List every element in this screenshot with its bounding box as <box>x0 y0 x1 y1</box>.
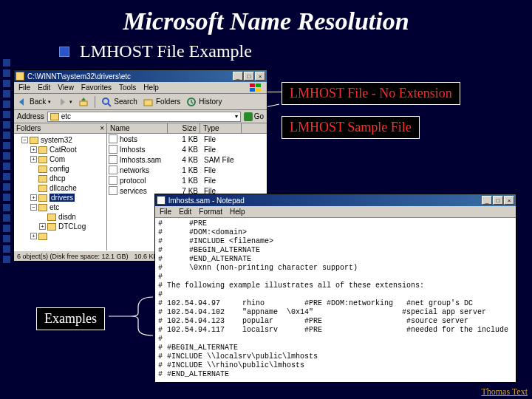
go-icon <box>244 112 253 121</box>
svg-point-5 <box>103 98 109 104</box>
close-button[interactable]: × <box>504 196 514 205</box>
menu-file[interactable]: File <box>18 83 30 92</box>
table-row[interactable]: hosts1 KBFile <box>107 134 267 144</box>
bracket-icon <box>109 294 154 338</box>
folders-button[interactable]: Folders <box>143 97 180 107</box>
address-label: Address <box>17 112 44 120</box>
search-icon <box>101 97 112 107</box>
menu-favorites[interactable]: Favorites <box>81 83 112 92</box>
folder-icon <box>16 72 24 81</box>
menu-edit[interactable]: Edit <box>179 208 191 216</box>
bullet-icon <box>59 47 69 57</box>
notepad-icon <box>157 196 166 205</box>
minimize-button[interactable]: _ <box>233 72 243 81</box>
close-button[interactable]: × <box>255 72 265 81</box>
svg-rect-2 <box>250 88 255 92</box>
callout-sample: LMHOST Sample File <box>282 116 420 139</box>
go-button[interactable]: Go <box>244 112 264 121</box>
col-type[interactable]: Type <box>200 123 242 133</box>
menu-format[interactable]: Format <box>199 208 222 216</box>
address-field[interactable]: etc ▾ <box>47 112 241 122</box>
explorer-addressbar: Address etc ▾ Go <box>14 110 267 123</box>
notepad-titlebar[interactable]: lmhosts.sam - Notepad _ □ × <box>155 194 516 206</box>
history-icon <box>186 97 197 107</box>
folders-header: Folders <box>16 124 41 132</box>
slide-root: Microsoft Name Resolution LMHOST File Ex… <box>0 0 532 399</box>
menu-file[interactable]: File <box>160 208 171 216</box>
svg-rect-4 <box>80 101 87 106</box>
folder-icon <box>50 113 59 120</box>
explorer-menubar: File Edit View Favorites Tools Help <box>14 82 267 94</box>
col-size[interactable]: Size <box>168 123 200 133</box>
menu-tools[interactable]: Tools <box>119 83 136 92</box>
explorer-titlebar[interactable]: C:\WINNT\system32\drivers\etc _ □ × <box>14 70 267 82</box>
svg-line-6 <box>108 103 111 106</box>
folders-close-icon[interactable]: × <box>100 124 104 132</box>
col-name[interactable]: Name <box>107 123 168 133</box>
menu-help[interactable]: Help <box>143 83 159 92</box>
table-row[interactable]: lmhosts.sam4 KBSAM File <box>107 154 267 165</box>
table-row[interactable]: lmhosts4 KBFile <box>107 144 267 154</box>
svg-rect-3 <box>256 88 261 92</box>
svg-rect-7 <box>144 100 152 106</box>
callout-examples: Examples <box>36 307 105 330</box>
folders-pane: Folders× −system32 +CatRoot +Com config … <box>14 123 107 250</box>
maximize-button[interactable]: □ <box>244 72 254 81</box>
notepad-window: lmhosts.sam - Notepad _ □ × File Edit Fo… <box>154 194 516 383</box>
forward-button[interactable]: ▾ <box>57 97 72 107</box>
callout-noext: LMHOST File - No Extension <box>282 82 460 105</box>
menu-help[interactable]: Help <box>230 208 245 216</box>
footer-text: Thomas Text <box>481 386 528 398</box>
subtitle-text: LMHOST File Example <box>80 41 252 61</box>
notepad-title: lmhosts.sam - Notepad <box>168 197 245 205</box>
explorer-title: C:\WINNT\system32\drivers\etc <box>27 72 131 81</box>
forward-arrow-icon <box>57 97 67 107</box>
up-icon <box>78 97 89 107</box>
maximize-button[interactable]: □ <box>493 196 503 205</box>
minimize-button[interactable]: _ <box>482 196 492 205</box>
subtitle-row: LMHOST File Example <box>59 41 532 61</box>
notepad-menubar: File Edit Format Help <box>155 206 516 218</box>
svg-rect-0 <box>250 83 255 87</box>
explorer-toolbar: Back ▾ ▾ Search Folders History <box>14 94 267 110</box>
history-button[interactable]: History <box>186 97 222 107</box>
windows-logo-icon <box>249 83 262 93</box>
back-button[interactable]: Back ▾ <box>17 97 51 107</box>
search-button[interactable]: Search <box>101 97 137 107</box>
menu-edit[interactable]: Edit <box>38 83 50 92</box>
notepad-textarea[interactable]: # #PRE # #DOM:<domain> # #INCLUDE <filen… <box>155 218 516 382</box>
back-arrow-icon <box>17 97 27 107</box>
svg-rect-1 <box>256 83 261 87</box>
folders-icon <box>143 97 154 107</box>
table-row[interactable]: networks1 KBFile <box>107 165 267 175</box>
folder-tree[interactable]: −system32 +CatRoot +Com config dhcp dllc… <box>14 134 106 242</box>
slide-title: Microsoft Name Resolution <box>0 7 532 35</box>
table-row[interactable]: protocol1 KBFile <box>107 175 267 185</box>
up-button[interactable] <box>78 97 89 107</box>
menu-view[interactable]: View <box>58 83 74 92</box>
left-stripe <box>0 0 13 399</box>
